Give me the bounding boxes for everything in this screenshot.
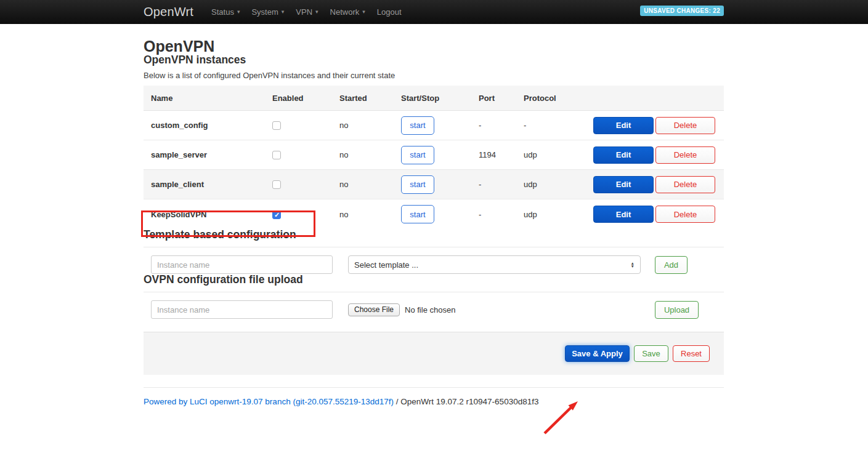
column-header-started: Started bbox=[332, 94, 394, 103]
protocol-value: udp bbox=[516, 180, 586, 189]
page-title: OpenVPN bbox=[144, 38, 724, 54]
table-row-sample-client: sample_client no start - udp Edit Delete bbox=[144, 170, 724, 199]
nav-item-vpn[interactable]: VPN ▾ bbox=[296, 7, 318, 17]
instances-table: Name Enabled Started Start/Stop Port Pro… bbox=[144, 86, 724, 229]
column-header-name: Name bbox=[144, 94, 265, 103]
start-button[interactable]: start bbox=[401, 205, 434, 223]
chevron-down-icon: ▾ bbox=[237, 9, 240, 15]
enabled-checkbox[interactable] bbox=[272, 121, 281, 130]
port-value: - bbox=[471, 210, 516, 219]
reset-button[interactable]: Reset bbox=[673, 345, 710, 362]
template-config-form: Select template ... ▲ ▼ Add bbox=[144, 255, 724, 274]
footer-text: Powered by LuCI openwrt-19.07 branch (gi… bbox=[144, 397, 724, 406]
nav-item-status[interactable]: Status ▾ bbox=[211, 7, 240, 17]
choose-file-button[interactable]: Choose File bbox=[348, 303, 400, 316]
upload-instance-name-input[interactable] bbox=[151, 300, 333, 319]
table-row-custom-config: custom_config no start - - Edit Delete bbox=[144, 111, 724, 140]
start-button[interactable]: start bbox=[401, 146, 434, 164]
protocol-value: udp bbox=[516, 150, 586, 159]
instance-name: KeepSolidVPN bbox=[144, 210, 265, 219]
footer-divider bbox=[144, 387, 724, 388]
nav-item-label: Network bbox=[330, 7, 360, 17]
nav-item-system[interactable]: System ▾ bbox=[251, 7, 284, 17]
upload-button[interactable]: Upload bbox=[655, 301, 699, 319]
enabled-checkbox[interactable] bbox=[272, 151, 281, 159]
started-value: no bbox=[332, 121, 394, 130]
main-content: OpenVPN OpenVPN instances Below is a lis… bbox=[144, 38, 724, 406]
protocol-value: udp bbox=[516, 210, 586, 219]
table-header-row: Name Enabled Started Start/Stop Port Pro… bbox=[144, 86, 724, 111]
started-value: no bbox=[332, 180, 394, 189]
started-value: no bbox=[332, 150, 394, 159]
edit-button[interactable]: Edit bbox=[593, 206, 654, 223]
template-select-value: Select template ... bbox=[354, 260, 418, 270]
instances-section-title: OpenVPN instances bbox=[144, 54, 724, 65]
nav-item-label: System bbox=[251, 7, 278, 17]
instance-name: sample_client bbox=[144, 180, 265, 189]
nav-item-label: Logout bbox=[377, 7, 402, 17]
protocol-value: - bbox=[516, 121, 586, 130]
firmware-version-text: / OpenWrt 19.07.2 r10947-65030d81f3 bbox=[394, 397, 538, 406]
port-value: 1194 bbox=[471, 150, 516, 159]
template-instance-name-input[interactable] bbox=[151, 255, 333, 274]
file-input-group: Choose File No file chosen bbox=[348, 303, 455, 316]
delete-button[interactable]: Delete bbox=[655, 176, 715, 193]
save-button[interactable]: Save bbox=[634, 345, 668, 362]
nav-item-label: VPN bbox=[296, 7, 312, 17]
luci-version-link[interactable]: Powered by LuCI openwrt-19.07 branch (gi… bbox=[144, 397, 394, 406]
column-header-enabled: Enabled bbox=[265, 94, 332, 103]
enabled-checkbox[interactable] bbox=[272, 210, 281, 219]
save-apply-button[interactable]: Save & Apply bbox=[565, 345, 630, 362]
top-navbar: OpenWrt Status ▾ System ▾ VPN ▾ Network … bbox=[0, 0, 868, 24]
brand-logo[interactable]: OpenWrt bbox=[144, 5, 193, 19]
nav-menu: Status ▾ System ▾ VPN ▾ Network ▾ Logout bbox=[211, 7, 402, 17]
chevron-down-icon: ▾ bbox=[282, 9, 285, 15]
port-value: - bbox=[471, 121, 516, 130]
unsaved-changes-badge[interactable]: UNSAVED CHANGES: 22 bbox=[640, 6, 724, 16]
no-file-chosen-text: No file chosen bbox=[405, 305, 455, 315]
instance-name: sample_server bbox=[144, 150, 265, 159]
edit-button[interactable]: Edit bbox=[593, 176, 654, 193]
upload-config-title: OVPN configuration file upload bbox=[144, 274, 724, 285]
chevron-down-icon: ▾ bbox=[315, 9, 318, 15]
divider bbox=[144, 292, 724, 292]
delete-button[interactable]: Delete bbox=[655, 146, 715, 164]
template-config-title: Template based configuration bbox=[144, 229, 724, 240]
delete-button[interactable]: Delete bbox=[655, 117, 715, 134]
port-value: - bbox=[471, 180, 516, 189]
start-button[interactable]: start bbox=[401, 116, 434, 135]
select-arrows-icon: ▲ ▼ bbox=[631, 262, 635, 268]
enabled-checkbox[interactable] bbox=[272, 180, 281, 189]
delete-button[interactable]: Delete bbox=[655, 206, 715, 223]
edit-button[interactable]: Edit bbox=[593, 146, 654, 164]
nav-item-logout[interactable]: Logout bbox=[377, 7, 402, 17]
column-header-port: Port bbox=[471, 94, 516, 103]
table-row-sample-server: sample_server no start 1194 udp Edit Del… bbox=[144, 140, 724, 170]
table-row-keepsolidvpn: KeepSolidVPN no start - udp Edit Delete bbox=[144, 199, 724, 229]
divider bbox=[144, 247, 724, 247]
column-header-start-stop: Start/Stop bbox=[394, 94, 471, 103]
column-header-protocol: Protocol bbox=[516, 94, 586, 103]
page-actions-bar: Save & Apply Save Reset bbox=[144, 332, 724, 375]
nav-item-label: Status bbox=[211, 7, 234, 17]
edit-button[interactable]: Edit bbox=[593, 117, 654, 134]
nav-item-network[interactable]: Network ▾ bbox=[330, 7, 365, 17]
started-value: no bbox=[332, 210, 394, 219]
add-button[interactable]: Add bbox=[655, 256, 688, 274]
instances-section-description: Below is a list of configured OpenVPN in… bbox=[144, 71, 724, 80]
upload-config-form: Choose File No file chosen Upload bbox=[144, 300, 724, 319]
instance-name: custom_config bbox=[144, 121, 265, 130]
start-button[interactable]: start bbox=[401, 175, 434, 194]
chevron-down-icon: ▾ bbox=[362, 9, 365, 15]
template-select[interactable]: Select template ... ▲ ▼ bbox=[348, 255, 641, 274]
